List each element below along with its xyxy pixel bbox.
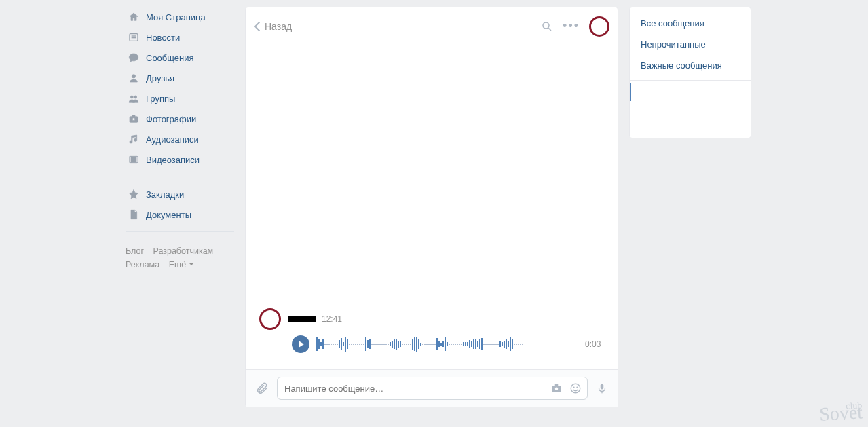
- message-input[interactable]: [278, 384, 550, 394]
- nav-divider: [126, 231, 234, 232]
- svg-line-13: [548, 28, 551, 31]
- filter-important[interactable]: Важные сообщения: [630, 55, 751, 76]
- search-icon[interactable]: [541, 20, 553, 33]
- sender-avatar[interactable]: [259, 308, 281, 330]
- music-icon: [127, 132, 140, 146]
- footer-links: Блог Разработчикам Реклама Ещё: [126, 244, 234, 272]
- footer-developers[interactable]: Разработчикам: [153, 246, 214, 256]
- nav-label: Закладки: [146, 189, 184, 200]
- play-button[interactable]: [292, 335, 309, 353]
- nav-photos[interactable]: Фотографии: [126, 109, 234, 129]
- footer-blog[interactable]: Блог: [126, 246, 144, 256]
- nav-divider: [126, 177, 234, 177]
- sender-name-redacted: [288, 316, 316, 322]
- nav-my-page[interactable]: Моя Страница: [126, 7, 234, 27]
- voice-message: 0:03: [292, 335, 604, 353]
- nav-bookmarks[interactable]: Закладки: [126, 184, 234, 204]
- svg-point-3: [132, 75, 135, 78]
- nav-label: Аудиозаписи: [146, 134, 199, 145]
- voice-duration: 0:03: [585, 339, 604, 349]
- left-sidebar: Моя Страница Новости Сообщения Друзья: [126, 7, 234, 407]
- svg-rect-16: [555, 384, 559, 386]
- nav-label: Друзья: [146, 73, 174, 83]
- back-label: Назад: [265, 21, 292, 32]
- svg-point-15: [555, 388, 559, 391]
- emoji-icon[interactable]: [569, 382, 582, 394]
- microphone-icon[interactable]: [596, 382, 608, 395]
- news-icon: [127, 31, 140, 44]
- message-input-wrap: [277, 377, 588, 400]
- filter-divider: [630, 80, 751, 81]
- waveform[interactable]: [316, 335, 578, 353]
- document-icon: [127, 208, 140, 221]
- nav-label: Новости: [146, 33, 180, 43]
- message-row: 12:41 0:03: [259, 308, 604, 353]
- footer-more[interactable]: Ещё: [169, 260, 195, 270]
- svg-rect-20: [601, 384, 604, 389]
- nav-label: Документы: [146, 210, 191, 220]
- home-icon: [127, 10, 140, 24]
- nav-documents[interactable]: Документы: [126, 204, 234, 225]
- svg-rect-11: [136, 156, 138, 162]
- photo-icon[interactable]: [550, 382, 563, 394]
- footer-ads[interactable]: Реклама: [126, 260, 159, 270]
- svg-point-12: [543, 22, 549, 29]
- camera-icon: [127, 112, 140, 126]
- nav-video[interactable]: Видеозаписи: [126, 149, 234, 170]
- messages-icon: [127, 51, 140, 64]
- back-button[interactable]: Назад: [254, 21, 292, 32]
- chat-header: Назад •••: [246, 7, 618, 45]
- nav-label: Видеозаписи: [146, 155, 200, 165]
- video-icon: [127, 153, 140, 166]
- nav-label: Моя Страница: [146, 12, 206, 22]
- star-icon: [127, 187, 140, 201]
- svg-point-5: [134, 96, 137, 98]
- chat-partner-avatar[interactable]: [589, 16, 609, 37]
- nav-label: Группы: [146, 94, 175, 104]
- message-filters: Все сообщения Непрочитанные Важные сообщ…: [629, 7, 751, 138]
- nav-friends[interactable]: Друзья: [126, 68, 234, 88]
- nav-news[interactable]: Новости: [126, 27, 234, 48]
- attach-icon[interactable]: [255, 382, 269, 395]
- nav-label: Сообщения: [146, 53, 194, 63]
- svg-point-4: [130, 96, 133, 98]
- nav-groups[interactable]: Группы: [126, 88, 234, 109]
- friends-icon: [127, 71, 140, 85]
- filter-all-messages[interactable]: Все сообщения: [630, 13, 751, 34]
- chat-panel: Назад ••• 12:41 0: [245, 7, 618, 407]
- nav-audio[interactable]: Аудиозаписи: [126, 129, 234, 149]
- filter-unread[interactable]: Непрочитанные: [630, 34, 751, 55]
- chat-body: 12:41 0:03: [246, 45, 618, 369]
- nav-messages[interactable]: Сообщения: [126, 48, 234, 68]
- svg-point-18: [573, 387, 575, 388]
- groups-icon: [127, 92, 140, 105]
- svg-point-17: [571, 384, 580, 393]
- nav-label: Фотографии: [146, 114, 196, 124]
- message-time: 12:41: [322, 314, 342, 324]
- more-options-icon[interactable]: •••: [563, 19, 580, 33]
- filter-active-conversation[interactable]: [639, 85, 741, 100]
- svg-rect-10: [130, 156, 131, 162]
- svg-rect-8: [132, 115, 135, 117]
- message-composer: [246, 369, 618, 407]
- svg-point-7: [132, 118, 135, 121]
- svg-point-19: [576, 387, 578, 388]
